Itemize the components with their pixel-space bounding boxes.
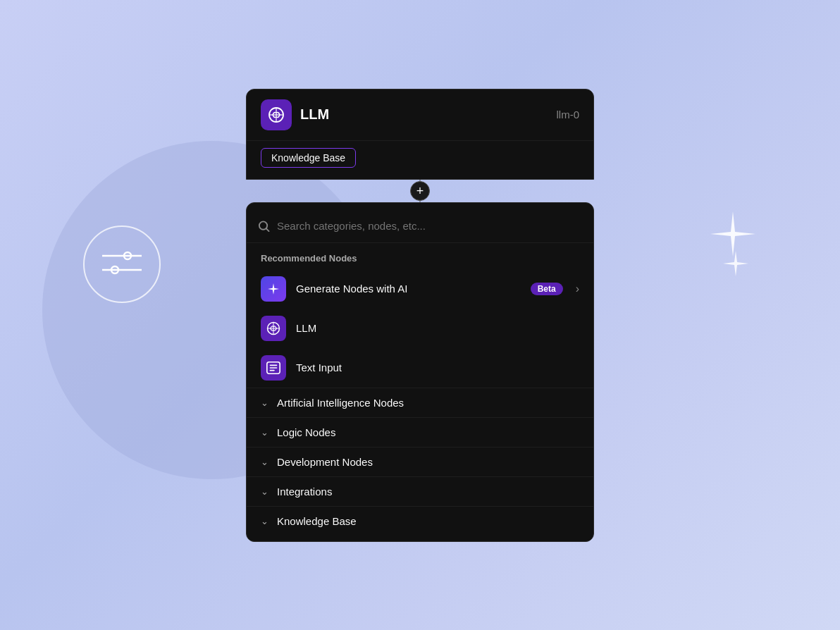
chevron-down-icon: ⌄ bbox=[261, 486, 268, 497]
beta-badge: Beta bbox=[531, 283, 563, 295]
categories-container: ⌄ Artificial Intelligence Nodes ⌄ Logic … bbox=[247, 388, 593, 536]
category-item-2[interactable]: ⌄ Development Nodes bbox=[247, 447, 593, 476]
node-item-llm[interactable]: LLM bbox=[247, 309, 593, 348]
llm-card: LLM llm-0 Knowledge Base bbox=[246, 89, 594, 180]
chevron-down-icon: ⌄ bbox=[261, 397, 268, 408]
search-icon bbox=[258, 220, 270, 233]
generate-ai-label: Generate Nodes with AI bbox=[296, 283, 521, 295]
main-container: LLM llm-0 Knowledge Base + Recommended N… bbox=[246, 89, 594, 542]
category-label-2: Development Nodes bbox=[277, 456, 373, 468]
chevron-right-icon: › bbox=[576, 283, 579, 295]
sparkle-decoration bbox=[685, 211, 755, 282]
ai-star-icon-box bbox=[261, 276, 286, 302]
llm-node-label: LLM bbox=[296, 322, 579, 334]
llm-icon-box bbox=[261, 99, 292, 130]
search-bar bbox=[247, 214, 593, 243]
category-label-3: Integrations bbox=[277, 486, 332, 498]
category-label-1: Logic Nodes bbox=[277, 426, 335, 438]
llm-node-icon-box bbox=[261, 316, 286, 341]
add-node-button[interactable]: + bbox=[410, 181, 430, 201]
chevron-down-icon: ⌄ bbox=[261, 457, 268, 467]
node-item-generate-ai[interactable]: Generate Nodes with AI Beta › bbox=[247, 269, 593, 309]
chevron-down-icon: ⌄ bbox=[261, 427, 268, 438]
category-item-0[interactable]: ⌄ Artificial Intelligence Nodes bbox=[247, 388, 593, 417]
sliders-icon bbox=[102, 249, 142, 280]
sparkle-icon bbox=[266, 282, 280, 296]
text-input-icon-box bbox=[261, 355, 286, 381]
category-item-3[interactable]: ⌄ Integrations bbox=[247, 476, 593, 506]
text-input-label: Text Input bbox=[296, 362, 579, 373]
llm-header: LLM llm-0 bbox=[247, 89, 593, 140]
llm-card-title: LLM bbox=[300, 106, 329, 123]
search-input[interactable] bbox=[277, 220, 582, 232]
category-label-0: Artificial Intelligence Nodes bbox=[277, 397, 404, 409]
svg-line-8 bbox=[266, 228, 269, 231]
chevron-down-icon: ⌄ bbox=[261, 516, 268, 526]
llm-card-id: llm-0 bbox=[557, 109, 580, 121]
llm-node-brain-icon bbox=[266, 321, 281, 336]
llm-card-body: Knowledge Base bbox=[247, 140, 593, 179]
category-item-1[interactable]: ⌄ Logic Nodes bbox=[247, 417, 593, 447]
node-item-text-input[interactable]: Text Input bbox=[247, 348, 593, 388]
node-dropdown-panel: Recommended Nodes Generate Nodes with AI… bbox=[246, 202, 594, 542]
knowledge-base-badge[interactable]: Knowledge Base bbox=[261, 148, 356, 168]
text-input-icon bbox=[266, 360, 281, 376]
llm-header-left: LLM bbox=[261, 99, 329, 130]
category-item-4[interactable]: ⌄ Knowledge Base bbox=[247, 506, 593, 536]
recommended-section-label: Recommended Nodes bbox=[247, 243, 593, 269]
category-label-4: Knowledge Base bbox=[277, 515, 357, 527]
plus-connector: + bbox=[246, 180, 594, 202]
sliders-circle bbox=[83, 226, 161, 303]
brain-icon bbox=[267, 106, 285, 124]
